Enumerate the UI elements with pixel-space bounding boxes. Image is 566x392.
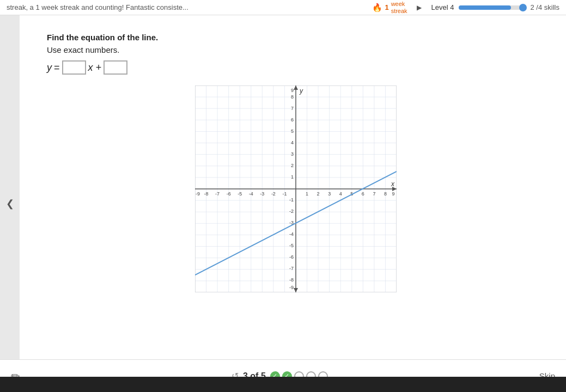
graph-container: 1 2 3 4 5 6 7 8 9 -1 -2 -3 -4 -5 -6 -7 -… [47,85,544,292]
svg-text:3: 3 [328,191,331,197]
svg-text:-4: -4 [248,191,253,197]
play-icon: ▶ [417,4,422,11]
svg-text:6: 6 [290,117,293,122]
streak-badge: 🔥 1 weekstreak [372,1,407,14]
intercept-input[interactable] [104,60,127,75]
dark-footer [0,377,566,392]
svg-text:1: 1 [290,174,293,180]
svg-text:-5: -5 [238,191,242,197]
svg-text:-4: -4 [289,231,293,237]
svg-text:-9: -9 [195,191,199,197]
play-button[interactable]: ▶ [414,2,425,13]
svg-text:-2: -2 [289,209,293,214]
svg-text:-3: -3 [260,191,264,197]
svg-text:7: 7 [290,106,293,111]
svg-text:2: 2 [290,163,293,168]
instruction-line1: Find the equation of the line. [47,33,158,42]
svg-text:-8: -8 [289,277,293,283]
top-bar: streak, a 1 week streak and counting! Fa… [0,0,566,15]
svg-text:-8: -8 [204,191,208,197]
equation-line: y = x + [47,60,544,75]
svg-text:-2: -2 [271,191,275,197]
svg-text:3: 3 [290,151,293,157]
skills-count: 2 /4 skills [531,3,559,11]
svg-text:-1: -1 [282,191,287,197]
svg-text:-7: -7 [215,191,220,197]
svg-text:-7: -7 [289,266,293,271]
left-toggle-button[interactable]: ❮ [0,15,20,392]
coordinate-graph: 1 2 3 4 5 6 7 8 9 -1 -2 -3 -4 -5 -6 -7 -… [195,85,397,292]
svg-text:5: 5 [290,128,293,134]
svg-text:1: 1 [306,191,308,197]
main-content: Find the equation of the line. Use exact… [20,15,566,359]
slope-input[interactable] [62,60,86,75]
svg-text:4: 4 [339,191,342,197]
svg-text:9: 9 [290,88,293,93]
svg-text:y: y [299,87,303,95]
level-progress-bar [459,5,524,10]
svg-text:8: 8 [384,191,386,197]
equals-sign: = [54,62,60,74]
svg-text:-5: -5 [289,243,293,248]
instruction-line2: Use exact numbers. [47,45,119,54]
svg-text:-6: -6 [289,254,293,260]
streak-count: 1 [385,3,388,11]
question-instructions: Find the equation of the line. Use exact… [47,32,544,56]
svg-text:6: 6 [361,191,364,197]
chevron-left-icon: ❮ [6,198,14,210]
svg-text:-9: -9 [289,285,293,290]
svg-text:8: 8 [290,94,293,100]
svg-text:x: x [391,180,395,188]
streak-text: streak, a 1 week streak and counting! Fa… [7,3,366,11]
svg-text:9: 9 [392,191,394,197]
equation-x: x + [88,62,102,74]
svg-text:4: 4 [290,140,293,145]
svg-text:-6: -6 [226,191,230,197]
streak-label: weekstreak [391,1,407,14]
flame-icon: 🔥 [372,3,382,13]
level-bar-fill [459,5,511,10]
level-label: Level 4 [431,3,454,11]
level-dot [519,4,527,11]
equation-y: y [47,62,52,74]
svg-text:2: 2 [317,191,319,197]
level-section: Level 4 [431,3,524,11]
svg-text:7: 7 [373,191,375,197]
svg-text:-1: -1 [289,197,293,203]
